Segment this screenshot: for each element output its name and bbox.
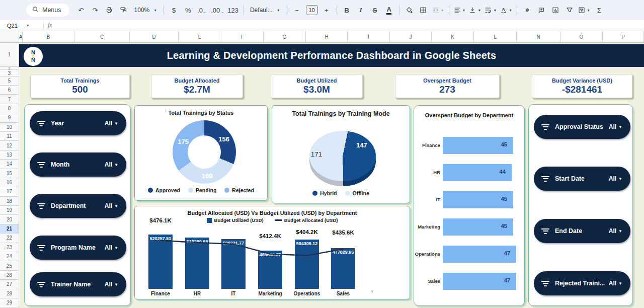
functions-button[interactable]: Σ xyxy=(593,4,605,17)
row-header-27[interactable]: 27 xyxy=(0,280,19,289)
row-header-18[interactable]: 18 xyxy=(0,197,19,206)
filter-label: Month xyxy=(51,161,102,168)
insert-link-button[interactable] xyxy=(521,4,533,17)
row-header-17[interactable]: 17 xyxy=(0,187,19,196)
donut-value-label: 175 xyxy=(178,137,189,145)
menus-search[interactable]: Menus xyxy=(26,4,69,17)
paint-format-button[interactable] xyxy=(117,4,130,17)
undo-button[interactable]: ↶ xyxy=(75,4,88,17)
filter-line xyxy=(40,286,43,287)
horizontal-align-button[interactable]: ▼ xyxy=(453,4,467,17)
row-header-23[interactable]: 23 xyxy=(0,243,19,252)
decrease-decimal-button[interactable]: .0← xyxy=(196,4,208,17)
insert-chart-button[interactable] xyxy=(549,4,561,17)
status-donut-chart-panel: Total Trainings by Status156169175Approv… xyxy=(134,105,268,201)
column-header-A[interactable]: A xyxy=(19,31,23,43)
merge-cells-button[interactable]: ▼ xyxy=(431,4,445,17)
filter-line xyxy=(39,164,44,165)
row-header-7[interactable]: 7 xyxy=(0,95,19,104)
filter-label: Year xyxy=(51,120,102,127)
font-select[interactable]: Defaul...▼ xyxy=(247,4,283,17)
legend-label: Approved xyxy=(155,187,180,193)
row-header-12[interactable]: 12 xyxy=(0,141,19,150)
filter-approval-status[interactable]: Approval StatusAll▼ xyxy=(534,115,630,139)
row-header-20[interactable]: 20 xyxy=(0,215,19,224)
decrease-font-size-button[interactable]: − xyxy=(291,4,303,17)
font-size-value[interactable]: 10 xyxy=(306,5,318,15)
row-header-3[interactable]: 3 xyxy=(0,70,19,76)
filter-line xyxy=(543,230,548,232)
row-header-10[interactable]: 10 xyxy=(0,123,19,132)
row-header-29[interactable]: 29 xyxy=(0,298,19,307)
fill-color-button[interactable] xyxy=(403,4,416,17)
filter-views-button[interactable]: ▼ xyxy=(577,4,591,17)
print-button[interactable] xyxy=(103,4,116,17)
row-header-21[interactable]: 21 xyxy=(0,224,19,234)
row-header-24[interactable]: 24 xyxy=(0,252,19,261)
row-header-9[interactable]: 9 xyxy=(0,113,19,122)
filter-year[interactable]: YearAll▼ xyxy=(30,111,126,135)
row-header-25[interactable]: 25 xyxy=(0,261,19,270)
row-header-6[interactable]: 6 xyxy=(0,86,19,95)
filter-start-date[interactable]: Start DateAll▼ xyxy=(534,167,630,191)
chevron-down-icon: ▼ xyxy=(493,9,497,12)
column-header-I[interactable]: I xyxy=(348,31,390,43)
filter-department[interactable]: DepartmentAll▼ xyxy=(30,194,126,218)
cell-name-box[interactable]: Q21 ▼ xyxy=(0,23,39,29)
row-header-11[interactable]: 11 xyxy=(0,132,19,141)
text-color-button[interactable]: A xyxy=(383,4,395,17)
format-currency-button[interactable]: $ xyxy=(168,4,180,17)
row-header-22[interactable]: 22 xyxy=(0,234,19,243)
column-header-C[interactable]: C xyxy=(74,31,130,43)
column-header-D[interactable]: D xyxy=(130,31,179,43)
filter-program-name[interactable]: Program NameAll▼ xyxy=(30,236,126,260)
filter-value: All xyxy=(105,120,112,127)
legend-dash xyxy=(275,219,282,221)
filter-trainer-name[interactable]: Trainer NameAll▼ xyxy=(30,272,126,296)
column-header-K[interactable]: K xyxy=(432,31,474,43)
font-size-input[interactable]: 10 xyxy=(305,4,319,17)
row-header-13[interactable]: 13 xyxy=(0,150,19,160)
text-rotation-button[interactable]: A▼ xyxy=(499,4,513,17)
row-header-1[interactable]: 1 xyxy=(0,43,19,67)
column-header-J[interactable]: J xyxy=(390,31,432,43)
more-formats-button[interactable]: 123 xyxy=(226,4,239,17)
borders-button[interactable] xyxy=(417,4,430,17)
wrap-icon xyxy=(485,7,492,14)
bold-button[interactable]: B xyxy=(341,4,353,17)
insert-comment-button[interactable] xyxy=(535,4,547,17)
row-header-19[interactable]: 19 xyxy=(0,206,19,215)
format-percent-button[interactable]: % xyxy=(182,4,194,17)
vertical-align-button[interactable]: ▼ xyxy=(468,4,482,17)
italic-button[interactable]: I xyxy=(355,4,367,17)
row-header-5[interactable]: 5 xyxy=(0,76,19,86)
filter-month[interactable]: MonthAll▼ xyxy=(30,152,126,177)
increase-decimal-button[interactable]: .00→ xyxy=(210,4,225,17)
grid-corner-select-all[interactable] xyxy=(0,31,19,43)
column-header-L[interactable]: L xyxy=(474,31,517,43)
filter-end-date[interactable]: End DateAll▼ xyxy=(534,219,630,243)
column-header-H[interactable]: H xyxy=(306,31,348,43)
strikethrough-button[interactable]: S xyxy=(369,4,381,17)
row-header-15[interactable]: 15 xyxy=(0,169,19,178)
column-header-G[interactable]: G xyxy=(264,31,306,43)
row-header-8[interactable]: 8 xyxy=(0,104,19,113)
filter-rejected-traini[interactable]: Rejected Traini...All▼ xyxy=(534,271,630,295)
filter-line xyxy=(543,178,548,179)
column-header-E[interactable]: E xyxy=(179,31,221,43)
zoom-select[interactable]: 100%▼ xyxy=(131,4,160,17)
column-header-F[interactable]: F xyxy=(221,31,264,43)
row-header-28[interactable]: 28 xyxy=(0,289,19,298)
redo-button[interactable]: ↷ xyxy=(89,4,102,17)
row-header-26[interactable]: 26 xyxy=(0,271,19,280)
budget-combo-chart-panel: Budget Allocated (USD) Vs Budget Utilize… xyxy=(134,206,410,299)
increase-font-size-button[interactable]: + xyxy=(320,4,333,17)
row-header-16[interactable]: 16 xyxy=(0,178,19,187)
text-wrapping-button[interactable]: ▼ xyxy=(484,4,498,17)
column-header-P[interactable]: P xyxy=(603,31,644,43)
create-filter-button[interactable] xyxy=(563,4,576,17)
column-header-B[interactable]: B xyxy=(23,31,74,43)
row-header-14[interactable]: 14 xyxy=(0,160,19,169)
column-header-N[interactable]: N xyxy=(517,31,560,43)
column-header-O[interactable]: O xyxy=(560,31,603,43)
